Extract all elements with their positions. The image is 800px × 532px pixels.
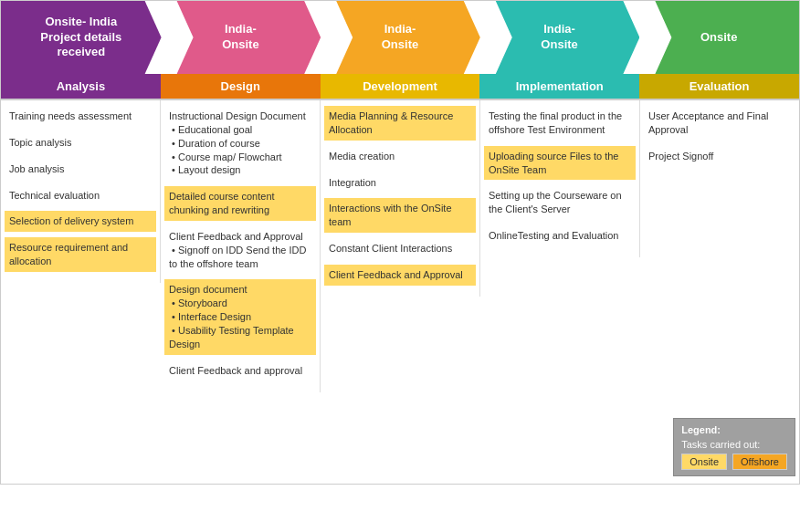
header-col2-line2: Onsite	[222, 37, 258, 53]
analysis-item-5: Selection of delivery system	[5, 211, 156, 232]
dev-item-4: Interactions with the OnSite team	[324, 198, 476, 233]
analysis-item-6: Resource requirement and allocation	[5, 237, 156, 272]
evaluation-col: User Acceptance and Final Approval Proje…	[640, 100, 799, 484]
design-item-5: Client Feedback and approval	[164, 360, 316, 381]
legend-onsite-label: Onsite	[681, 454, 727, 470]
legend-box: Legend: Tasks carried out: Onsite Offsho…	[673, 418, 795, 476]
legend-title: Legend:	[681, 424, 787, 435]
header-col4: India- Onsite	[479, 1, 640, 74]
analysis-item-3: Job analysis	[5, 159, 156, 180]
eval-item-2: Project Signoff	[644, 146, 795, 167]
analysis-col: Training needs assessment Topic analysis…	[1, 100, 161, 283]
legend-offshore-label: Offshore	[732, 454, 787, 470]
header-col1-line1: Onsite- India	[40, 15, 121, 30]
design-col: Instructional Design Document • Educatio…	[161, 100, 321, 392]
design-item-4: Design document • Storyboard • Interface…	[164, 279, 316, 354]
subheader-development: Development	[321, 74, 480, 99]
dev-item-6: Client Feedback and Approval	[324, 265, 476, 286]
header-col1-line2: Project details	[40, 30, 121, 46]
subheader-design: Design	[161, 74, 321, 99]
header-col1: Onsite- India Project details received	[1, 1, 162, 74]
header-col4-line1: India-	[541, 22, 577, 37]
impl-item-4: OnlineTesting and Evaluation	[484, 225, 636, 246]
design-item-3: Client Feedback and Approval • Signoff o…	[164, 226, 316, 275]
header-col2: India- Onsite	[161, 1, 321, 74]
eval-item-1: User Acceptance and Final Approval	[644, 106, 795, 141]
dev-item-3: Integration	[324, 172, 476, 193]
header-col5: Onsite	[638, 1, 799, 74]
subheader-evaluation: Evaluation	[639, 74, 799, 99]
impl-item-3: Setting up the Courseware on the Client'…	[484, 185, 636, 220]
design-item-2: Detailed course content chunking and rew…	[164, 186, 316, 221]
content-row: Training needs assessment Topic analysis…	[1, 100, 799, 484]
header-row: Onsite- India Project details received I…	[1, 1, 799, 74]
subheader-implementation: Implementation	[479, 74, 639, 99]
subheader-analysis: Analysis	[1, 74, 161, 99]
header-col4-line2: Onsite	[541, 37, 577, 53]
development-col: Media Planning & Resource Allocation Med…	[321, 100, 480, 297]
analysis-item-4: Technical evaluation	[5, 185, 156, 206]
impl-item-1: Testing the final product in the offshor…	[484, 106, 636, 141]
legend-items: Onsite Offshore	[681, 454, 787, 470]
impl-item-2: Uploading source Files to the OnSite Tea…	[484, 146, 636, 181]
header-col5-line1: Onsite	[700, 30, 737, 46]
design-item-1: Instructional Design Document • Educatio…	[164, 106, 316, 181]
dev-item-2: Media creation	[324, 146, 476, 167]
header-col3-line1: India-	[382, 22, 418, 37]
main-container: Onsite- India Project details received I…	[0, 0, 800, 485]
dev-item-1: Media Planning & Resource Allocation	[324, 106, 476, 141]
dev-item-5: Constant Client Interactions	[324, 238, 476, 259]
header-col3-line2: Onsite	[382, 37, 418, 53]
legend-subtitle: Tasks carried out:	[681, 439, 787, 450]
analysis-item-1: Training needs assessment	[5, 106, 156, 127]
subheader-row: Analysis Design Development Implementati…	[1, 74, 799, 100]
header-col2-line1: India-	[222, 22, 258, 37]
analysis-item-2: Topic analysis	[5, 132, 156, 153]
implementation-col: Testing the final product in the offshor…	[480, 100, 640, 257]
header-col3: India- Onsite	[320, 1, 480, 74]
header-col1-line3: received	[40, 45, 121, 60]
